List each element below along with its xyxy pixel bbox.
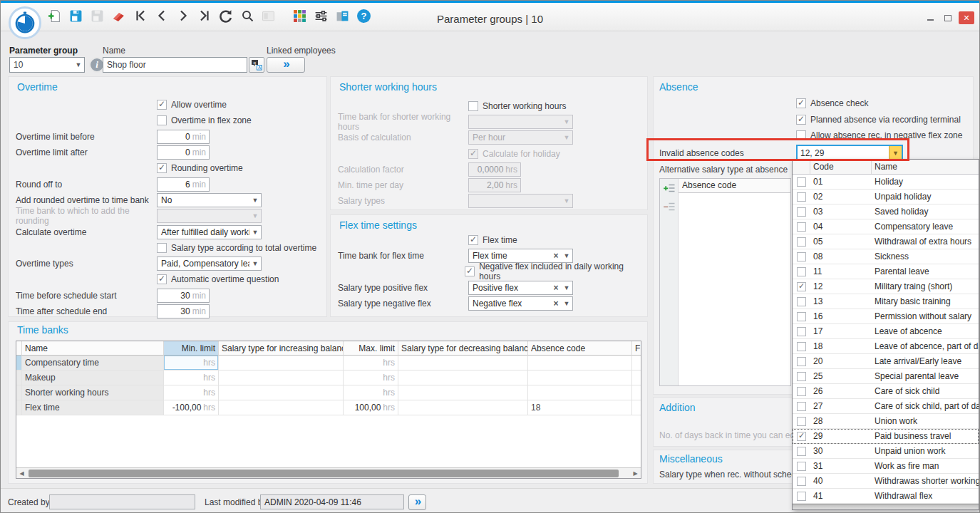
- option-checkbox[interactable]: ✓: [797, 387, 806, 396]
- parameter-group-combo[interactable]: 10▼: [9, 57, 85, 73]
- option-checkbox[interactable]: ✓: [797, 222, 806, 232]
- absence-code-option[interactable]: ✓ 16 Permission without salary: [793, 309, 979, 324]
- absence-code-option[interactable]: ✓ 04 Compensatory leave: [793, 219, 979, 234]
- absence-code-option[interactable]: ✓ 17 Leave of abcence: [793, 324, 979, 339]
- dropdown-open-button[interactable]: ▼: [889, 146, 902, 160]
- scrollbar-thumb[interactable]: [29, 470, 619, 477]
- overtime-limit-before-input[interactable]: 0min: [157, 130, 210, 144]
- column-header-sal-dec[interactable]: Salary type for decreasing balance: [398, 341, 528, 356]
- absence-check-checkbox[interactable]: ✓: [796, 98, 806, 108]
- absence-code-option[interactable]: ✓ 02 Unpaid holiday: [793, 190, 979, 204]
- allow-overtime-checkbox[interactable]: ✓: [157, 100, 167, 110]
- absence-code-option[interactable]: ✓ 11 Parental leave: [793, 264, 979, 279]
- minimize-button[interactable]: [924, 12, 937, 24]
- option-checkbox[interactable]: ✓: [797, 312, 806, 321]
- salary-type-positive-flex-combo[interactable]: Positive flex×▼: [468, 281, 573, 295]
- option-checkbox[interactable]: ✓: [797, 177, 806, 187]
- reports-icon[interactable]: [334, 8, 351, 24]
- option-checkbox[interactable]: ✓: [797, 192, 806, 202]
- search-icon[interactable]: [239, 8, 255, 24]
- absence-code-option[interactable]: ✓ 28 Union work: [793, 414, 979, 429]
- option-checkbox[interactable]: ✓: [797, 252, 806, 261]
- option-checkbox[interactable]: ✓: [797, 432, 806, 441]
- option-checkbox[interactable]: ✓: [797, 282, 806, 291]
- option-checkbox[interactable]: ✓: [797, 327, 806, 336]
- name-input[interactable]: Shop floor: [103, 57, 247, 73]
- help-icon[interactable]: ?: [356, 8, 372, 24]
- add-row-icon[interactable]: [662, 182, 676, 195]
- overtime-limit-after-input[interactable]: 0min: [157, 145, 210, 160]
- save-icon[interactable]: [68, 8, 84, 24]
- rounding-overtime-checkbox[interactable]: ✓: [157, 163, 167, 173]
- column-header-min-limit[interactable]: Min. limit: [164, 341, 219, 356]
- absence-code-option[interactable]: ✓ 13 Mitary basic training: [793, 294, 979, 309]
- absence-code-option[interactable]: ✓ 08 Sickness: [793, 249, 979, 264]
- absence-code-option[interactable]: ✓ 03 Saved holiday: [793, 204, 979, 219]
- absence-code-option[interactable]: ✓ 12 Military traing (short): [793, 279, 979, 294]
- option-checkbox[interactable]: ✓: [797, 267, 806, 276]
- column-header-name[interactable]: Name: [22, 341, 164, 356]
- next-record-icon[interactable]: [175, 8, 191, 24]
- add-rounded-combo[interactable]: No▼: [157, 193, 262, 207]
- color-settings-icon[interactable]: [292, 8, 308, 24]
- time-after-schedule-input[interactable]: 30min: [157, 304, 210, 318]
- salary-total-overtime-checkbox[interactable]: ✓: [157, 243, 167, 253]
- remove-row-icon[interactable]: [662, 200, 676, 213]
- option-checkbox[interactable]: ✓: [797, 402, 806, 411]
- translate-button[interactable]: qA: [249, 57, 264, 73]
- column-header-sal-inc[interactable]: Salary type for increasing balance: [219, 341, 344, 356]
- first-record-icon[interactable]: [132, 8, 148, 24]
- absence-code-option[interactable]: ✓ 01 Holiday: [793, 175, 979, 190]
- column-header-max-limit[interactable]: Max. limit: [344, 341, 398, 356]
- alternative-salary-grid[interactable]: Absence code: [679, 179, 790, 385]
- absence-code-option[interactable]: ✓ 18 Leave of abcence, part of day: [793, 339, 979, 354]
- absence-code-option[interactable]: ✓ 29 Paid business travel: [793, 429, 979, 444]
- absence-code-option[interactable]: ✓ 40 Withdrawas shorter working hours: [793, 474, 979, 489]
- time-before-schedule-input[interactable]: 30min: [157, 289, 210, 303]
- new-record-icon[interactable]: [46, 8, 63, 24]
- absence-code-option[interactable]: ✓ 25 Special parental leave: [793, 369, 979, 384]
- refresh-icon[interactable]: [217, 8, 234, 24]
- option-checkbox[interactable]: ✓: [797, 417, 806, 426]
- option-checkbox[interactable]: ✓: [797, 372, 806, 381]
- maximize-button[interactable]: [942, 12, 954, 24]
- option-checkbox[interactable]: ✓: [797, 207, 806, 217]
- history-button[interactable]: »: [408, 494, 426, 510]
- option-checkbox[interactable]: ✓: [797, 237, 806, 247]
- linked-employees-button[interactable]: »: [267, 57, 305, 73]
- table-row[interactable]: Makeup hrs hrs: [16, 370, 641, 385]
- overtime-flex-zone-checkbox[interactable]: ✓: [157, 115, 167, 125]
- delete-icon[interactable]: [110, 8, 127, 24]
- table-row[interactable]: Flex time -100,00hrs 100,00hrs 18: [16, 400, 641, 415]
- option-checkbox[interactable]: ✓: [797, 477, 806, 486]
- dropdown-resize-grip[interactable]: [793, 504, 979, 509]
- shorter-working-hours-checkbox[interactable]: ✓: [468, 101, 478, 111]
- absence-code-option[interactable]: ✓ 05 Withdrawal of extra hours: [793, 234, 979, 249]
- horizontal-scrollbar[interactable]: ◀ ▶: [16, 467, 641, 478]
- close-button[interactable]: ✕: [959, 11, 974, 24]
- clear-icon[interactable]: ×: [551, 299, 561, 309]
- negative-flex-included-checkbox[interactable]: ✓: [465, 266, 475, 276]
- allow-absence-neg-flex-checkbox[interactable]: ✓: [796, 130, 806, 140]
- clear-icon[interactable]: ×: [551, 283, 561, 293]
- round-off-input[interactable]: 6min: [157, 177, 210, 192]
- absence-code-option[interactable]: ✓ 41 Withdrawal flex: [793, 489, 979, 504]
- option-checkbox[interactable]: ✓: [797, 447, 806, 456]
- clear-icon[interactable]: ×: [551, 251, 561, 261]
- flex-time-bank-combo[interactable]: Flex time×▼: [468, 249, 573, 263]
- table-row[interactable]: Compensatory time hrs hrs: [16, 356, 641, 370]
- auto-overtime-question-checkbox[interactable]: ✓: [157, 274, 167, 284]
- overtime-types-combo[interactable]: Paid, Compensatory lea...▼: [157, 256, 262, 271]
- flex-time-checkbox[interactable]: ✓: [468, 235, 478, 245]
- option-checkbox[interactable]: ✓: [797, 357, 806, 366]
- salary-type-negative-flex-combo[interactable]: Negative flex×▼: [468, 296, 573, 311]
- scroll-left-icon[interactable]: ◀: [16, 468, 27, 479]
- option-checkbox[interactable]: ✓: [797, 492, 806, 501]
- absence-code-option[interactable]: ✓ 31 Work as fire man: [793, 459, 979, 474]
- last-record-icon[interactable]: [196, 8, 212, 24]
- option-checkbox[interactable]: ✓: [797, 462, 806, 471]
- option-checkbox[interactable]: ✓: [797, 297, 806, 306]
- absence-code-option[interactable]: ✓ 30 Unpaid union work: [793, 444, 979, 459]
- calculate-overtime-combo[interactable]: After fulfilled daily worki...▼: [157, 225, 262, 239]
- absence-code-option[interactable]: ✓ 20 Late arrival/Early leave: [793, 354, 979, 369]
